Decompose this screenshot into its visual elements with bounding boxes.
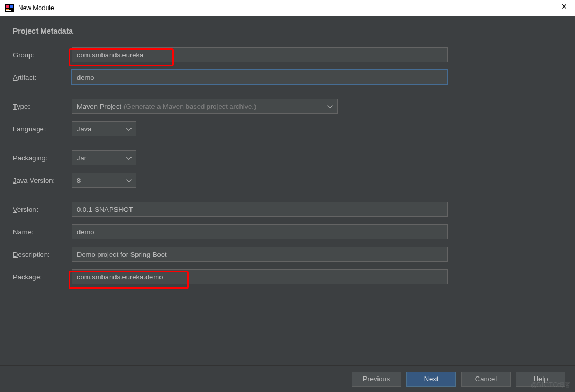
row-group: Group: bbox=[13, 47, 562, 62]
row-version: Version: bbox=[13, 202, 562, 217]
row-java-version: Java Version: 8 bbox=[13, 173, 562, 188]
section-title: Project Metadata bbox=[13, 27, 562, 35]
artifact-input[interactable] bbox=[72, 70, 448, 85]
row-language: Language: Java bbox=[13, 121, 562, 136]
type-dropdown[interactable]: Maven Project (Generate a Maven based pr… bbox=[72, 99, 338, 114]
version-input[interactable] bbox=[72, 202, 448, 217]
help-button[interactable]: Help bbox=[516, 372, 565, 387]
row-description: Description: bbox=[13, 247, 562, 262]
name-input[interactable] bbox=[72, 224, 448, 239]
type-hint: (Generate a Maven based project archive.… bbox=[123, 102, 256, 110]
svg-rect-4 bbox=[6, 10, 11, 11]
close-icon[interactable]: ✕ bbox=[559, 2, 570, 11]
label-description: Description: bbox=[13, 250, 72, 258]
java-version-value: 8 bbox=[77, 176, 81, 184]
language-dropdown[interactable]: Java bbox=[72, 121, 136, 136]
dialog-footer: Previous Next Cancel Help bbox=[0, 365, 575, 392]
row-package: Package: bbox=[13, 269, 562, 284]
next-button[interactable]: Next bbox=[406, 372, 456, 387]
svg-rect-1 bbox=[6, 5, 9, 8]
label-type: Type: bbox=[13, 102, 72, 110]
row-name: Name: bbox=[13, 224, 562, 239]
label-group: Group: bbox=[13, 51, 72, 59]
chevron-down-icon bbox=[126, 154, 132, 162]
label-artifact: Artifact: bbox=[13, 73, 72, 82]
packaging-dropdown[interactable]: Jar bbox=[72, 150, 136, 165]
packaging-value: Jar bbox=[77, 154, 86, 162]
label-java-version: Java Version: bbox=[13, 176, 72, 184]
titlebar: New Module ✕ bbox=[0, 0, 575, 16]
description-input[interactable] bbox=[72, 247, 448, 262]
row-packaging: Packaging: Jar bbox=[13, 150, 562, 165]
cancel-button[interactable]: Cancel bbox=[461, 372, 511, 387]
label-name: Name: bbox=[13, 228, 72, 236]
svg-rect-2 bbox=[10, 5, 13, 8]
label-package: Package: bbox=[13, 273, 72, 281]
chevron-down-icon bbox=[126, 176, 132, 184]
language-value: Java bbox=[77, 125, 91, 133]
previous-button[interactable]: Previous bbox=[352, 372, 401, 387]
group-input[interactable] bbox=[72, 47, 448, 62]
chevron-down-icon bbox=[126, 125, 132, 133]
label-packaging: Packaging: bbox=[13, 154, 72, 162]
chevron-down-icon bbox=[327, 102, 333, 110]
intellij-icon bbox=[5, 4, 14, 12]
package-input[interactable] bbox=[72, 269, 448, 284]
row-artifact: Artifact: bbox=[13, 70, 562, 85]
window-title: New Module bbox=[18, 4, 54, 12]
java-version-dropdown[interactable]: 8 bbox=[72, 173, 136, 188]
row-type: Type: Maven Project (Generate a Maven ba… bbox=[13, 99, 562, 114]
label-language: Language: bbox=[13, 125, 72, 133]
label-version: Version: bbox=[13, 205, 72, 213]
type-value: Maven Project bbox=[77, 102, 121, 110]
dialog-content: Project Metadata Group: Artifact: Type: … bbox=[0, 16, 575, 392]
